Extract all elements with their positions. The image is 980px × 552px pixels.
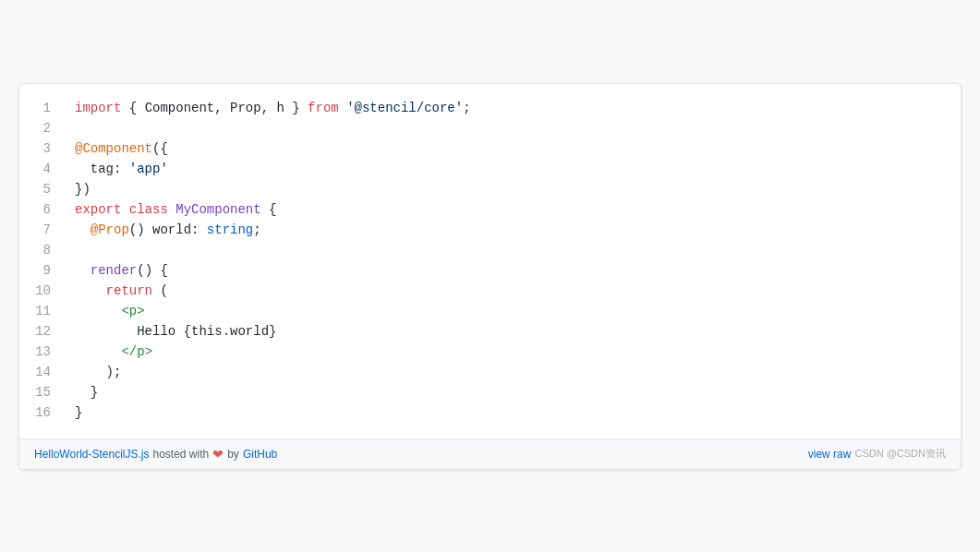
line-number: 5	[19, 180, 66, 200]
line-number: 1	[19, 99, 66, 119]
table-row: 15 }	[19, 383, 961, 403]
line-code	[66, 119, 961, 139]
code-token: {	[261, 202, 277, 217]
code-token: () {	[137, 263, 168, 278]
table-row: 9 render() {	[19, 261, 961, 282]
line-code: }	[66, 403, 961, 424]
code-block: 1import { Component, Prop, h } from '@st…	[19, 84, 961, 438]
code-token: 'app'	[129, 162, 168, 176]
line-code: }	[66, 383, 961, 403]
code-token: MyComponent	[175, 202, 260, 217]
code-container: 1import { Component, Prop, h } from '@st…	[18, 83, 962, 470]
line-number: 13	[19, 342, 66, 363]
code-token: ;	[463, 101, 470, 115]
code-token: import	[75, 101, 121, 115]
watermark-text: CSDN @CSDN资讯	[854, 447, 946, 461]
footer-right: view raw CSDN @CSDN资讯	[808, 447, 946, 461]
table-row: 5})	[19, 180, 961, 200]
table-row: 7 @Prop() world: string;	[19, 221, 961, 241]
line-code: Hello {this.world}	[66, 322, 961, 342]
line-code: <p>	[66, 302, 961, 322]
line-number: 8	[19, 241, 66, 261]
code-token: </p>	[121, 344, 152, 359]
code-token: );	[75, 365, 121, 379]
line-number: 15	[19, 383, 66, 403]
code-token: return	[106, 283, 152, 298]
code-token	[168, 202, 175, 217]
table-row: 11 <p>	[19, 302, 961, 322]
view-raw-link[interactable]: view raw	[808, 448, 852, 461]
code-token: @Component	[75, 141, 152, 156]
footer-left: HelloWorld-StencilJS.js hosted with ❤ by…	[34, 447, 277, 462]
table-row: 12 Hello {this.world}	[19, 322, 961, 342]
code-token: ;	[253, 222, 260, 237]
line-number: 6	[19, 200, 66, 221]
line-code: render() {	[66, 261, 961, 282]
code-token: from	[308, 101, 339, 115]
line-number: 4	[19, 160, 66, 180]
code-token: (	[152, 283, 168, 298]
heart-icon: ❤	[212, 447, 224, 462]
code-token: Hello {this.world}	[75, 324, 276, 339]
code-token: @Prop	[91, 222, 129, 237]
code-token: '@stencil/core'	[346, 101, 463, 115]
line-number: 2	[19, 119, 66, 139]
by-text: by	[227, 448, 239, 461]
code-token: tag:	[75, 162, 129, 176]
table-row: 8	[19, 241, 961, 261]
code-token: string	[207, 222, 253, 237]
line-number: 9	[19, 261, 66, 282]
line-code: export class MyComponent {	[66, 200, 961, 221]
line-number: 14	[19, 363, 66, 383]
table-row: 16}	[19, 403, 961, 424]
code-token: {	[121, 101, 144, 115]
code-token: }	[292, 101, 308, 115]
line-number: 7	[19, 221, 66, 241]
code-token: })	[75, 182, 91, 197]
code-token: export	[75, 202, 121, 217]
code-token	[75, 263, 91, 278]
code-token: () world:	[129, 222, 207, 237]
code-token: }	[75, 385, 98, 400]
code-token: <p>	[121, 304, 144, 318]
hosted-text: hosted with	[152, 448, 209, 461]
code-token	[75, 304, 121, 318]
filename-link[interactable]: HelloWorld-StencilJS.js	[34, 448, 149, 461]
table-row: 2	[19, 119, 961, 139]
line-number: 12	[19, 322, 66, 342]
line-number: 16	[19, 403, 66, 424]
code-token: ({	[152, 141, 168, 156]
code-token: h	[276, 101, 292, 115]
line-code: })	[66, 180, 961, 200]
table-row: 6export class MyComponent {	[19, 200, 961, 221]
table-row: 1import { Component, Prop, h } from '@st…	[19, 99, 961, 119]
line-number: 11	[19, 302, 66, 322]
github-link[interactable]: GitHub	[243, 448, 277, 461]
line-code: import { Component, Prop, h } from '@ste…	[66, 99, 961, 119]
code-token: }	[75, 405, 82, 420]
code-token: class	[129, 202, 168, 217]
line-code: @Prop() world: string;	[66, 221, 961, 241]
table-row: 10 return (	[19, 282, 961, 302]
line-code: tag: 'app'	[66, 160, 961, 180]
code-token	[75, 222, 91, 237]
line-number: 10	[19, 282, 66, 302]
code-token	[75, 344, 121, 359]
line-code: @Component({	[66, 139, 961, 160]
footer: HelloWorld-StencilJS.js hosted with ❤ by…	[19, 438, 961, 469]
line-number: 3	[19, 139, 66, 160]
table-row: 13 </p>	[19, 342, 961, 363]
code-token	[121, 202, 128, 217]
line-code: return (	[66, 282, 961, 302]
table-row: 14 );	[19, 363, 961, 383]
line-code	[66, 241, 961, 261]
line-code: );	[66, 363, 961, 383]
code-token: Component,	[145, 101, 230, 115]
table-row: 3@Component({	[19, 139, 961, 160]
code-table: 1import { Component, Prop, h } from '@st…	[19, 99, 961, 424]
code-token: Prop,	[230, 101, 276, 115]
code-token: render	[91, 263, 137, 278]
line-code: </p>	[66, 342, 961, 363]
code-token	[339, 101, 346, 115]
table-row: 4 tag: 'app'	[19, 160, 961, 180]
